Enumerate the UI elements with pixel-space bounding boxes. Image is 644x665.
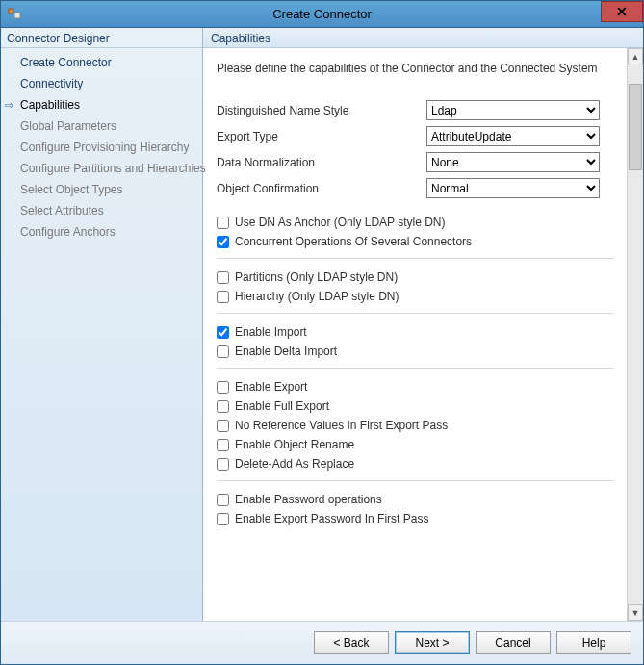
check-enable-export-pwd-first[interactable]: Enable Export Password In First Pass <box>217 512 613 525</box>
scroll-down-button[interactable]: ▼ <box>628 604 643 621</box>
check-group-1: Use DN As Anchor (Only LDAP style DN) Co… <box>217 216 613 248</box>
main-content-wrap: Please define the capabilities of the Co… <box>203 48 643 621</box>
check-delete-add-replace[interactable]: Delete-Add As Replace <box>217 457 613 471</box>
instructions-text: Please define the capabilities of the Co… <box>217 62 613 75</box>
select-obj-confirm[interactable]: Normal <box>426 178 600 198</box>
check-group-5: Enable Password operations Enable Export… <box>217 493 613 525</box>
checkbox-use-dn-anchor[interactable] <box>217 217 229 229</box>
separator <box>217 313 613 314</box>
check-use-dn-anchor[interactable]: Use DN As Anchor (Only LDAP style DN) <box>217 216 613 229</box>
label-data-norm: Data Normalization <box>217 156 426 169</box>
row-data-norm: Data Normalization None <box>217 152 613 172</box>
separator <box>217 368 613 369</box>
sidebar-item-create-connector[interactable]: Create Connector <box>1 52 202 73</box>
scroll-thumb[interactable] <box>629 84 642 170</box>
check-enable-export[interactable]: Enable Export <box>217 380 613 394</box>
check-label: Enable Export <box>235 380 307 394</box>
row-dn-style: Distinguished Name Style Ldap <box>217 100 613 120</box>
sidebar-item-connectivity[interactable]: Connectivity <box>1 73 202 94</box>
help-button[interactable]: Help <box>556 631 631 654</box>
checkbox-concurrent-ops[interactable] <box>217 236 229 248</box>
checkbox-enable-pwd-ops[interactable] <box>217 494 229 506</box>
main-content: Please define the capabilities of the Co… <box>203 48 627 621</box>
window-title: Create Connector <box>1 7 643 21</box>
select-dn-style[interactable]: Ldap <box>426 100 600 120</box>
footer: < Back Next > Cancel Help <box>1 621 643 664</box>
sidebar-item-label: Configure Anchors <box>20 223 116 241</box>
label-dn-style: Distinguished Name Style <box>217 104 426 117</box>
select-data-norm[interactable]: None <box>426 152 600 172</box>
row-export-type: Export Type AttributeUpdate <box>217 126 613 146</box>
checkbox-enable-full-export[interactable] <box>217 400 229 413</box>
check-hierarchy[interactable]: Hierarchy (Only LDAP style DN) <box>217 290 613 303</box>
sidebar-item-label: Global Parameters <box>20 117 116 135</box>
sidebar-item-provisioning-hierarchy: Configure Provisioning Hierarchy <box>1 137 202 158</box>
check-enable-import[interactable]: Enable Import <box>217 325 613 339</box>
cancel-button[interactable]: Cancel <box>476 631 551 654</box>
check-group-2: Partitions (Only LDAP style DN) Hierarch… <box>217 270 613 303</box>
label-export-type: Export Type <box>217 130 426 143</box>
main-header: Capabilities <box>203 28 643 48</box>
check-label: Delete-Add As Replace <box>235 457 354 471</box>
sidebar-item-select-attributes: Select Attributes <box>1 200 202 221</box>
scroll-track[interactable] <box>628 64 643 604</box>
check-no-ref-first-export[interactable]: No Reference Values In First Export Pass <box>217 419 613 432</box>
check-label: Enable Full Export <box>235 399 329 413</box>
scroll-up-button[interactable]: ▲ <box>628 48 643 64</box>
checkbox-enable-import[interactable] <box>217 326 229 339</box>
check-label: Concurrent Operations Of Several Connect… <box>235 235 472 248</box>
checkbox-enable-obj-rename[interactable] <box>217 439 229 451</box>
sidebar-item-label: Select Object Types <box>20 181 123 198</box>
next-button[interactable]: Next > <box>395 631 470 654</box>
sidebar-header: Connector Designer <box>1 28 202 48</box>
sidebar-item-label: Connectivity <box>20 75 83 92</box>
label-obj-confirm: Object Confirmation <box>217 182 426 195</box>
check-enable-pwd-ops[interactable]: Enable Password operations <box>217 493 613 506</box>
check-partitions[interactable]: Partitions (Only LDAP style DN) <box>217 270 613 284</box>
sidebar-items: Create Connector Connectivity ⇨ Capabili… <box>1 48 202 243</box>
check-label: Enable Delta Import <box>235 345 337 358</box>
separator <box>217 258 613 259</box>
dialog-body: Connector Designer Create Connector Conn… <box>1 28 643 664</box>
check-label: Enable Import <box>235 325 307 339</box>
check-enable-full-export[interactable]: Enable Full Export <box>217 399 613 413</box>
sidebar-item-label: Select Attributes <box>20 202 104 219</box>
sidebar-item-label: Capabilities <box>20 96 80 114</box>
checkbox-enable-export-pwd-first[interactable] <box>217 513 229 525</box>
sidebar-item-partitions-hierarchies: Configure Partitions and Hierarchies <box>1 158 202 179</box>
check-label: Partitions (Only LDAP style DN) <box>235 270 398 284</box>
sidebar-item-label: Create Connector <box>20 54 112 71</box>
checkbox-enable-delta-import[interactable] <box>217 345 229 358</box>
checkbox-delete-add-replace[interactable] <box>217 458 229 471</box>
check-group-4: Enable Export Enable Full Export No Refe… <box>217 380 613 471</box>
checkbox-hierarchy[interactable] <box>217 291 229 303</box>
check-enable-obj-rename[interactable]: Enable Object Rename <box>217 438 613 451</box>
check-label: Enable Object Rename <box>235 438 354 451</box>
close-button[interactable]: ✕ <box>601 1 643 22</box>
main-panel: Capabilities Please define the capabilit… <box>203 28 643 621</box>
check-label: Enable Export Password In First Pass <box>235 512 428 525</box>
row-obj-confirm: Object Confirmation Normal <box>217 178 613 198</box>
sidebar-item-label: Configure Provisioning Hierarchy <box>20 139 189 156</box>
sidebar-item-configure-anchors: Configure Anchors <box>1 221 202 243</box>
check-label: No Reference Values In First Export Pass <box>235 419 448 432</box>
check-label: Hierarchy (Only LDAP style DN) <box>235 290 399 303</box>
dialog-window: Create Connector ✕ Connector Designer Cr… <box>0 0 644 665</box>
back-button[interactable]: < Back <box>314 631 389 654</box>
check-label: Enable Password operations <box>235 493 382 506</box>
checkbox-enable-export[interactable] <box>217 381 229 394</box>
sidebar-item-global-parameters: Global Parameters <box>1 115 202 137</box>
sidebar-item-capabilities[interactable]: ⇨ Capabilities <box>1 94 202 115</box>
checkbox-no-ref-first-export[interactable] <box>217 420 229 432</box>
select-export-type[interactable]: AttributeUpdate <box>426 126 600 146</box>
vertical-scrollbar[interactable]: ▲ ▼ <box>627 48 643 621</box>
check-enable-delta-import[interactable]: Enable Delta Import <box>217 345 613 358</box>
current-step-arrow-icon: ⇨ <box>5 96 18 114</box>
check-concurrent-ops[interactable]: Concurrent Operations Of Several Connect… <box>217 235 613 248</box>
close-icon: ✕ <box>616 4 628 19</box>
checkbox-partitions[interactable] <box>217 271 229 284</box>
check-label: Use DN As Anchor (Only LDAP style DN) <box>235 216 446 229</box>
separator <box>217 480 613 481</box>
sidebar-item-select-object-types: Select Object Types <box>1 179 202 200</box>
check-group-3: Enable Import Enable Delta Import <box>217 325 613 358</box>
